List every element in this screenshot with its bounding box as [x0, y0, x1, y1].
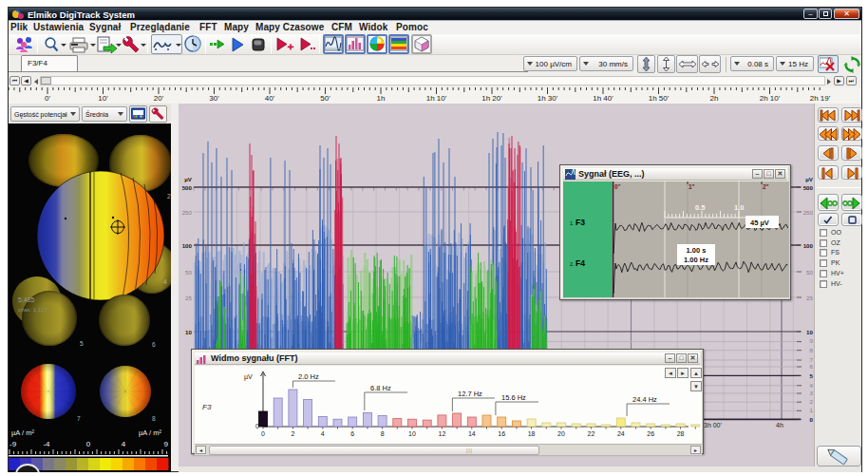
svg-text:2: 2 [291, 430, 294, 437]
svg-text:5: 5 [80, 340, 84, 347]
svg-text:µV: µV [805, 176, 814, 182]
svg-text:4: 4 [122, 440, 126, 448]
svg-text:250: 250 [803, 209, 814, 216]
svg-text:6: 6 [152, 341, 156, 348]
svg-text:500: 500 [803, 184, 814, 191]
svg-text:15.6 Hz: 15.6 Hz [501, 393, 526, 402]
svg-text:8: 8 [810, 347, 814, 353]
svg-text:20: 20 [557, 430, 565, 437]
svg-text:µV: µV [244, 373, 253, 381]
svg-text:µA / m²: µA / m² [11, 428, 34, 437]
svg-text:7: 7 [77, 415, 81, 422]
svg-text:1.0: 1.0 [734, 203, 744, 212]
svg-text:2: 2 [167, 193, 171, 200]
svg-text:12: 12 [439, 430, 446, 437]
svg-text:10: 10 [806, 329, 813, 335]
svg-text:1.00 s: 1.00 s [687, 246, 707, 255]
svg-text:3: 3 [810, 390, 814, 396]
svg-text:-4: -4 [43, 440, 50, 448]
svg-text:1: 1 [810, 407, 814, 413]
svg-text:3h 00': 3h 00' [704, 422, 722, 428]
svg-text:250: 250 [182, 209, 193, 216]
svg-text:1": 1" [689, 183, 695, 190]
svg-text:6: 6 [350, 430, 354, 437]
svg-text:5,485: 5,485 [18, 296, 35, 303]
svg-text:4: 4 [163, 278, 167, 285]
svg-text:25: 25 [806, 295, 813, 301]
svg-text:9: 9 [810, 337, 814, 344]
svg-text:22: 22 [588, 430, 595, 437]
svg-text:10: 10 [408, 430, 416, 437]
svg-text:18: 18 [528, 430, 536, 437]
svg-text:10: 10 [185, 329, 192, 335]
svg-text:500: 500 [182, 184, 193, 191]
svg-text:12.7 Hz: 12.7 Hz [458, 390, 482, 398]
svg-text:4: 4 [810, 382, 814, 389]
svg-text:50: 50 [185, 269, 192, 276]
svg-text:4h: 4h [776, 422, 783, 428]
svg-text:2.0 Hz: 2.0 Hz [298, 372, 319, 381]
svg-text:czas: 1,127": czas: 1,127" [18, 307, 49, 313]
svg-text:µV: µV [184, 176, 193, 182]
svg-text:50: 50 [806, 269, 813, 276]
svg-text:45 µV: 45 µV [750, 219, 769, 227]
svg-text:24: 24 [617, 430, 625, 437]
svg-text:0.5: 0.5 [695, 203, 705, 212]
svg-text:5: 5 [810, 372, 814, 379]
svg-text:µA / m²: µA / m² [139, 428, 161, 437]
svg-text:0: 0 [86, 440, 91, 448]
svg-text:100: 100 [182, 242, 193, 249]
svg-text:8: 8 [152, 415, 156, 422]
svg-text:9: 9 [164, 440, 169, 448]
svg-text:0": 0" [614, 183, 621, 190]
svg-text:F3: F3 [202, 403, 212, 411]
svg-text:4: 4 [321, 430, 325, 437]
svg-text:1.00 Hz: 1.00 Hz [684, 256, 708, 264]
svg-text:0: 0 [261, 430, 265, 437]
svg-text:7: 7 [810, 356, 814, 363]
svg-text:100: 100 [803, 242, 814, 249]
svg-text:8: 8 [381, 430, 385, 437]
svg-text:24.4 Hz: 24.4 Hz [632, 395, 657, 404]
svg-text:26: 26 [647, 430, 654, 437]
svg-text:28: 28 [677, 430, 685, 437]
svg-text:6.8 Hz: 6.8 Hz [370, 384, 391, 392]
svg-text:14: 14 [468, 430, 476, 437]
svg-text:25: 25 [185, 295, 192, 301]
svg-text:6: 6 [810, 363, 814, 370]
svg-text:0: 0 [810, 416, 814, 423]
svg-text:-9: -9 [9, 440, 17, 448]
svg-text:16: 16 [498, 430, 505, 437]
svg-text:2: 2 [810, 398, 814, 405]
svg-text:2": 2" [763, 183, 769, 190]
